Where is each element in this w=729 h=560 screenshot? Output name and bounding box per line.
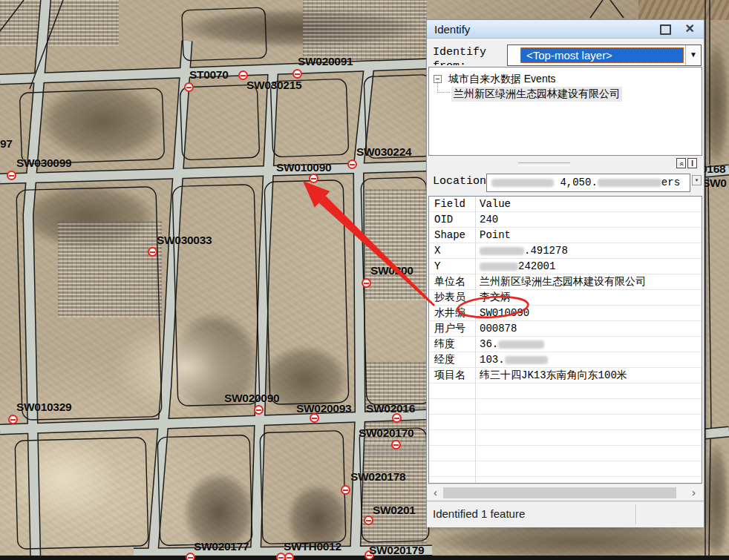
scrollbar-thumb[interactable] xyxy=(443,487,676,498)
well-marker[interactable] xyxy=(284,553,294,560)
layer-selector-dropdown[interactable]: <Top-most layer> ▼ xyxy=(507,45,702,66)
well-marker[interactable] xyxy=(347,159,357,169)
value-cell: SW010090 xyxy=(480,306,529,321)
well-marker[interactable] xyxy=(7,171,16,180)
identify-titlebar[interactable]: Identify ✕ xyxy=(427,20,704,39)
value-cell: 000878 xyxy=(480,321,517,337)
value-column-header: Value xyxy=(480,197,511,212)
identify-from-label: Identify from: xyxy=(433,45,489,65)
well-marker[interactable] xyxy=(362,278,371,288)
location-value-field[interactable]: 4,050.ers xyxy=(486,174,690,192)
field-cell: 抄表员 xyxy=(434,290,465,306)
well-marker[interactable] xyxy=(391,440,401,449)
expand-arrows-icon[interactable]: « xyxy=(676,158,686,168)
pin-icon[interactable]: ❙ xyxy=(687,158,697,168)
statusbar-divider xyxy=(635,504,637,524)
redacted-value xyxy=(505,356,548,364)
redacted-value xyxy=(480,247,524,255)
table-row[interactable]: Shape Point xyxy=(429,228,702,243)
map-label: SW020179 xyxy=(369,544,424,557)
map-label: SW010090 xyxy=(276,161,331,174)
table-row[interactable]: 经度 103. xyxy=(429,352,702,368)
well-marker[interactable] xyxy=(184,82,194,92)
close-button[interactable]: ✕ xyxy=(685,22,695,36)
map-label: SW0201 xyxy=(373,504,416,517)
redacted-coordinate xyxy=(491,179,554,187)
field-cell: Shape xyxy=(434,228,465,243)
table-header-row: Field Value xyxy=(429,197,702,212)
table-row[interactable]: 抄表员 李文炳 xyxy=(429,290,702,306)
value-cell: .491278 xyxy=(480,243,568,259)
value-cell: 242001 xyxy=(480,259,555,274)
table-row[interactable]: 单位名 兰州新区绿洲生态园林建设有限公司 xyxy=(429,274,702,290)
field-cell: 用户号 xyxy=(434,321,465,337)
table-row-well-id[interactable]: 水井编 SW010090 xyxy=(429,306,702,321)
value-cell: 李文炳 xyxy=(480,290,511,306)
field-column-header: Field xyxy=(434,197,465,212)
map-label: SW030224 xyxy=(356,145,411,159)
location-label: Location: xyxy=(433,175,493,188)
scroll-right-icon[interactable]: › xyxy=(692,486,696,498)
tree-node-layer[interactable]: 城市自来水数据 Events xyxy=(434,73,556,85)
map-label: SW020177 xyxy=(194,540,249,553)
horizontal-scrollbar[interactable]: ‹ › xyxy=(428,484,702,501)
value-cell: 纬三十四JK13东南角向东100米 xyxy=(480,368,627,383)
value-cell: Point xyxy=(480,228,511,243)
location-row: Location: 4,050.ers ▼ xyxy=(427,171,704,194)
status-message: Identified 1 feature xyxy=(433,507,525,520)
value-cell: 兰州新区绿洲生态园林建设有限公司 xyxy=(480,274,646,290)
map-label: SW030099 xyxy=(16,157,71,170)
results-tree: 城市自来水数据 Events 兰州新区绿洲生态园林建设有限公司 xyxy=(428,67,702,156)
well-marker[interactable] xyxy=(148,247,157,257)
field-cell: OID xyxy=(434,212,453,228)
location-units-dropdown[interactable]: ▼ xyxy=(692,175,702,185)
table-row[interactable]: 纬度 36. xyxy=(429,337,702,352)
table-row[interactable]: Y 242001 xyxy=(429,259,702,274)
splitter-grip[interactable] xyxy=(518,162,570,166)
map-label: SW020178 xyxy=(350,470,405,484)
map-label: 97 xyxy=(0,137,13,151)
well-marker[interactable] xyxy=(186,553,195,560)
map-label: SW010329 xyxy=(16,401,71,414)
redacted-value xyxy=(498,340,544,349)
map-label: SW0200 xyxy=(370,264,413,277)
map-label: SW020093 xyxy=(296,402,351,415)
map-label: SW02016 xyxy=(366,402,415,415)
map-label: SW020090 xyxy=(224,392,279,405)
identify-window: Identify ✕ Identify from: <Top-most laye… xyxy=(427,20,704,527)
location-visible-mid: 4,050. xyxy=(560,177,597,188)
table-row[interactable]: OID 240 xyxy=(429,212,702,228)
well-marker[interactable] xyxy=(254,405,264,415)
tree-node-layer-label: 城市自来水数据 Events xyxy=(448,73,556,85)
status-bar: Identified 1 feature xyxy=(427,501,704,527)
map-label: SW020170 xyxy=(359,426,413,440)
well-marker[interactable] xyxy=(341,485,350,495)
tree-node-feature[interactable]: 兰州新区绿洲生态园林建设有限公司 xyxy=(451,87,622,102)
well-marker[interactable] xyxy=(8,415,18,424)
field-cell: 经度 xyxy=(434,352,455,368)
field-cell: 纬度 xyxy=(434,337,455,352)
location-visible-end: ers xyxy=(661,177,680,188)
map-label: SW030215 xyxy=(246,79,301,92)
panel-splitter[interactable]: « ❙ xyxy=(427,156,704,171)
well-marker[interactable] xyxy=(309,174,318,183)
map-label: SW030033 xyxy=(157,234,212,247)
table-row[interactable]: 项目名 纬三十四JK13东南角向东100米 xyxy=(429,368,702,383)
table-row[interactable]: 用户号 000878 xyxy=(429,321,702,337)
map-label: SW0 xyxy=(702,177,727,190)
map-label: SW020091 xyxy=(298,55,353,68)
map-label: SWTH0012 xyxy=(284,540,341,553)
scroll-left-icon[interactable]: ‹ xyxy=(434,486,437,498)
restore-button[interactable] xyxy=(660,24,671,35)
value-cell: 103. xyxy=(480,352,548,368)
value-cell: 240 xyxy=(480,212,498,228)
redacted-value xyxy=(480,263,518,271)
well-marker[interactable] xyxy=(292,69,302,79)
chevron-down-icon[interactable]: ▼ xyxy=(685,45,701,65)
table-row[interactable]: X .491278 xyxy=(429,243,702,259)
field-cell: 项目名 xyxy=(434,368,465,383)
tree-connector-line xyxy=(437,82,450,93)
field-cell: Y xyxy=(434,259,440,274)
field-cell: X xyxy=(434,243,440,259)
field-cell: 水井编 xyxy=(434,306,465,321)
